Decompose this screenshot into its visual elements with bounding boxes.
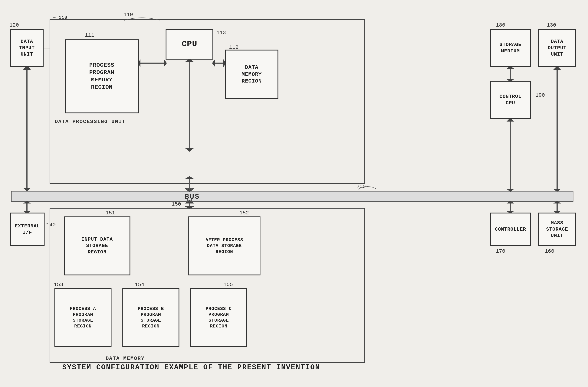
data-memory-region-box: DATA MEMORY REGION [225, 50, 278, 99]
ref-111: 111 [85, 32, 94, 38]
ref-151: 151 [105, 210, 115, 216]
ref-130: 130 [547, 22, 556, 28]
ref-110: 110 [124, 12, 133, 18]
process-b-box: PROCESS B PROGRAM STORAGE REGION [123, 288, 179, 347]
data-processing-unit-label: DATA PROCESSING UNIT [55, 118, 126, 125]
ref-150: 150 [171, 201, 181, 207]
svg-marker-50 [506, 189, 514, 192]
process-c-box: PROCESS C PROGRAM STORAGE REGION [190, 288, 247, 347]
ref-140: 140 [46, 222, 56, 228]
diagram: 110 — 110 CPU 113 DATA MEMORY REGION 112… [0, 0, 588, 387]
after-process-storage-box: AFTER-PROCESS DATA STORAGE REGION [189, 217, 260, 275]
svg-rect-4 [11, 191, 573, 202]
svg-marker-47 [553, 189, 561, 192]
data-input-unit-box: DATA INPUT UNIT [10, 29, 43, 67]
ref-154: 154 [135, 282, 144, 287]
cpu-box: CPU [166, 29, 213, 59]
svg-marker-34 [212, 59, 215, 67]
mass-storage-unit-box: MASS STORAGE UNIT [538, 213, 576, 246]
svg-marker-38 [164, 59, 167, 67]
ref-120: 120 [9, 22, 19, 28]
ref-112: 112 [229, 44, 238, 50]
ref-170: 170 [496, 248, 505, 254]
svg-marker-24 [23, 188, 31, 191]
data-output-unit-box: DATA OUTPUT UNIT [538, 29, 576, 67]
ref-113: 113 [216, 30, 226, 36]
external-if-box: EXTERNAL I/F [10, 213, 44, 246]
storage-medium-box: STORAGE MEDIUM [490, 29, 531, 67]
ref-180: 180 [496, 22, 505, 28]
process-a-box: PROCESS A PROGRAM STORAGE REGION [55, 288, 111, 347]
ref-160: 160 [545, 248, 554, 254]
svg-marker-27 [185, 188, 194, 192]
svg-marker-28 [185, 176, 194, 179]
data-memory-label: DATA MEMORY [105, 355, 145, 362]
svg-marker-58 [23, 201, 31, 204]
ref-200: 200 [356, 184, 366, 189]
svg-marker-55 [553, 201, 561, 204]
bus-label: BUS [185, 192, 200, 202]
ref-153: 153 [54, 282, 63, 287]
input-data-storage-box: INPUT DATA STORAGE REGION [64, 217, 130, 275]
svg-marker-41 [185, 148, 194, 152]
diagram-caption: SYSTEM CONFIGURATION EXAMPLE OF THE PRES… [62, 363, 320, 371]
ref-155: 155 [223, 282, 233, 287]
svg-marker-52 [506, 201, 514, 204]
process-program-memory-box: PROCESS PROGRAM MEMORY REGION [65, 40, 139, 113]
ref-190: 190 [535, 92, 545, 98]
ref-110-curved: — 110 [53, 15, 67, 20]
svg-marker-32 [185, 206, 194, 209]
controller-box: CONTROLLER [490, 213, 531, 246]
ref-152: 152 [239, 210, 249, 216]
control-cpu-box: CONTROL CPU [490, 81, 531, 119]
